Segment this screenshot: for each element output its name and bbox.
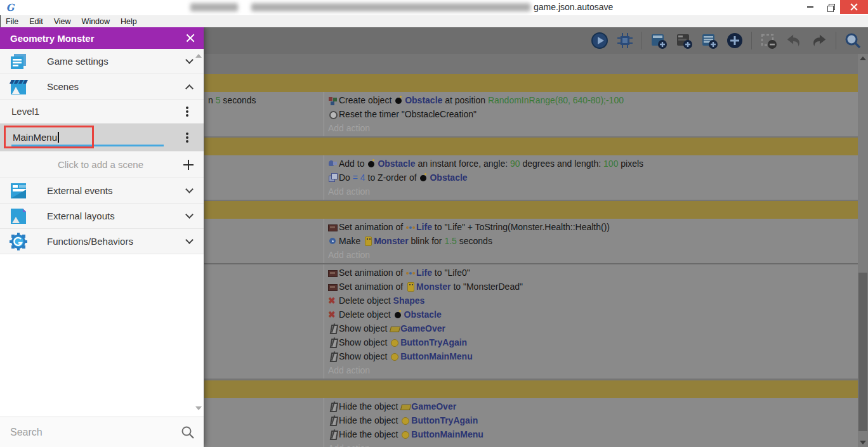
add-scene-row[interactable]: Click to add a scene <box>0 152 204 178</box>
action-line[interactable]: Set animation of Life to "Life" + ToStri… <box>328 220 858 234</box>
delete-icon <box>328 296 339 305</box>
scene-item-level1[interactable]: Level1 <box>0 100 204 124</box>
scene-options-icon[interactable] <box>186 110 188 113</box>
monster-icon <box>363 236 374 245</box>
action-line[interactable]: Do = 4 to Z-order of Obstacle <box>328 171 858 185</box>
scenes-icon <box>9 77 28 96</box>
chevron-down-icon[interactable] <box>185 56 194 64</box>
action-line[interactable]: Hide the object ButtonTryAgain <box>328 413 858 427</box>
scene-options-icon[interactable] <box>186 136 188 139</box>
conditions-column[interactable] <box>204 398 324 447</box>
conditions-column[interactable] <box>204 264 324 379</box>
action-line[interactable]: Delete object Obstacle <box>328 308 858 321</box>
menu-edit[interactable]: Edit <box>29 17 43 26</box>
sidebar-item-external-events[interactable]: External events <box>0 178 204 204</box>
add-action-button[interactable]: Add action <box>328 248 858 262</box>
scene-item-editing[interactable]: MainMenu <box>0 124 204 152</box>
debug-button[interactable] <box>616 32 634 49</box>
scrollbar-thumb[interactable] <box>858 273 867 431</box>
events-scrollbar[interactable] <box>858 54 868 447</box>
add-circle-button[interactable] <box>726 32 744 49</box>
menu-help[interactable]: Help <box>121 17 137 26</box>
add-action-button[interactable]: Add action <box>328 441 858 447</box>
actions-column: Add to Obstacle an instant force, angle:… <box>324 155 858 200</box>
events-top-spacer <box>204 54 858 74</box>
redo-button[interactable] <box>810 32 828 49</box>
action-line[interactable]: Set animation of Monster to "MonsterDead… <box>328 280 858 294</box>
bomb-icon <box>419 173 430 182</box>
action-line[interactable]: Show object ButtonMainMenu <box>328 349 858 363</box>
drawer-scrollbar[interactable] <box>195 53 202 411</box>
sidebar-item-external-layouts[interactable]: External layouts <box>0 204 204 229</box>
remove-event-button[interactable] <box>760 32 777 49</box>
event-comment-band[interactable] <box>204 201 858 219</box>
close-icon <box>850 3 858 11</box>
text-segment: Hide the object <box>339 401 400 411</box>
undo-icon <box>785 32 803 49</box>
scenes-label: Scenes <box>47 81 187 92</box>
minimize-button[interactable] <box>801 0 820 14</box>
event-comment-band[interactable] <box>204 380 858 398</box>
chevron-down-icon[interactable] <box>185 236 194 244</box>
search-icon <box>844 32 862 49</box>
close-window-button[interactable] <box>840 0 868 14</box>
close-drawer-button[interactable] <box>185 32 196 44</box>
text-segment: Create object <box>339 95 394 105</box>
sidebar-item-functions-behaviors[interactable]: Functions/Behaviors <box>0 229 204 254</box>
action-line[interactable]: Show object GameOver <box>328 321 858 335</box>
conditions-column[interactable] <box>204 155 324 200</box>
drawer-empty-space <box>0 254 204 417</box>
text-segment: Obstacle <box>430 172 467 183</box>
scroll-down-icon[interactable] <box>195 406 202 410</box>
action-line[interactable]: Delete object Shapes <box>328 294 858 308</box>
menu-window[interactable]: Window <box>82 17 110 26</box>
conditions-column[interactable]: n 5 seconds <box>204 92 324 136</box>
vis-icon <box>328 352 339 361</box>
add-action-button[interactable]: Add action <box>328 363 858 377</box>
menu-view[interactable]: View <box>54 17 71 26</box>
text-segment: Hide the object <box>339 429 400 439</box>
chevron-down-icon[interactable] <box>185 211 194 219</box>
action-line[interactable]: Hide the object ButtonMainMenu <box>328 427 858 441</box>
scroll-down-icon[interactable] <box>860 441 866 444</box>
action-line[interactable]: Make Monster blink for 1.5 seconds <box>328 234 858 248</box>
restore-button[interactable] <box>821 0 840 14</box>
events-rows: n 5 secondsCreate object Obstacle at pos… <box>204 54 858 447</box>
add-action-button[interactable]: Add action <box>328 185 858 198</box>
add-comment-button[interactable] <box>700 32 718 49</box>
action-line[interactable]: Add to Obstacle an instant force, angle:… <box>328 157 858 171</box>
sidebar-item-scenes[interactable]: Scenes <box>0 74 204 100</box>
search-input[interactable]: Search <box>10 427 181 438</box>
chevron-up-icon[interactable] <box>185 84 194 93</box>
condition-line[interactable]: n 5 seconds <box>208 93 324 107</box>
add-subevent-button[interactable] <box>675 32 693 49</box>
add-scene-plus-icon[interactable] <box>183 160 194 170</box>
event-comment-band[interactable] <box>204 138 858 155</box>
search-icon[interactable] <box>181 425 195 439</box>
add-event-button[interactable] <box>650 32 667 49</box>
text-segment: 100 <box>603 159 618 169</box>
add-event-icon <box>650 32 667 49</box>
game-settings-icon <box>9 52 28 71</box>
play-button[interactable] <box>591 32 608 49</box>
toolbar-separator <box>836 32 836 49</box>
action-line[interactable]: Show object ButtonTryAgain <box>328 335 858 349</box>
menu-file[interactable]: File <box>6 17 18 26</box>
scroll-up-icon[interactable] <box>860 56 866 60</box>
conditions-column[interactable] <box>204 219 324 263</box>
add-action-button[interactable]: Add action <box>328 121 858 135</box>
event-comment-band[interactable] <box>204 74 858 92</box>
scroll-up-icon[interactable] <box>195 54 202 58</box>
action-line[interactable]: Reset the timer "ObstacleCreation" <box>328 107 858 121</box>
chevron-down-icon[interactable] <box>185 185 194 193</box>
text-segment: Show object <box>339 337 390 347</box>
text-segment: to Z-order of <box>365 172 419 183</box>
text-segment: an instant force, angle: <box>416 159 510 169</box>
sidebar-item-game-settings[interactable]: Game settings <box>0 49 204 74</box>
action-line[interactable]: Create object Obstacle at position Rando… <box>328 93 858 107</box>
search-events-button[interactable] <box>844 32 862 49</box>
action-line[interactable]: Hide the object GameOver <box>328 399 858 413</box>
text-segment: Life <box>416 222 432 232</box>
action-line[interactable]: Set animation of Life to "Life0" <box>328 266 858 280</box>
undo-button[interactable] <box>785 32 803 49</box>
